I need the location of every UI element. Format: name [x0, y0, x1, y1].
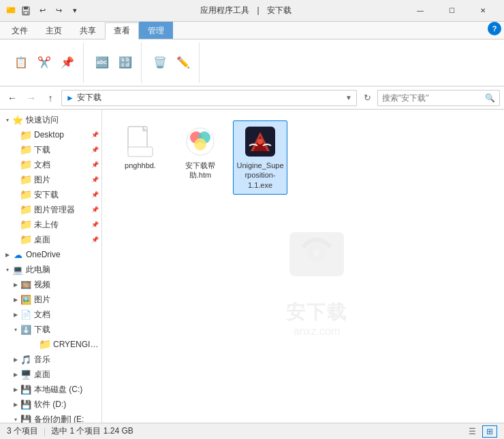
- sidebar-item-documents[interactable]: 📁 文档 📌: [0, 157, 101, 172]
- ribbon-tabs: 文件 主页 共享 查看 管理 ?: [0, 22, 504, 39]
- sidebar-label-documents2: 文档: [34, 309, 99, 321]
- sidebar-label-softd: 软件 (D:): [34, 399, 99, 410]
- ribbon-btn-icon-1: 📋: [14, 55, 28, 70]
- sidebar-item-picmanager[interactable]: 📁 图片管理器 📌: [0, 202, 101, 217]
- ribbon-btn-icon-5: 🔡: [119, 55, 132, 70]
- content-area: 安下载 anxz.com pnghhbd.: [102, 110, 504, 423]
- sidebar-label-notup: 未上传: [34, 219, 90, 231]
- downloads3-expand-icon: ▾: [11, 327, 20, 333]
- sidebar-item-backupe[interactable]: ▾ 💾 备份[勿删] (E:: [0, 412, 101, 423]
- minimize-button[interactable]: —: [405, 0, 436, 22]
- sidebar-label-desktop2: 桌面: [34, 234, 90, 246]
- tab-view[interactable]: 查看: [105, 22, 139, 39]
- close-button[interactable]: ✕: [467, 0, 499, 22]
- file-icon-unigine: [244, 125, 277, 158]
- undo-button[interactable]: ↩: [35, 4, 49, 18]
- sidebar-label-backupe: 备份[勿删] (E:: [34, 414, 99, 423]
- search-bar[interactable]: 🔍: [377, 90, 500, 106]
- status-separator: |: [44, 427, 46, 436]
- pictures3-expand-icon: ▶: [11, 297, 20, 303]
- sidebar-label-documents: 文档: [34, 159, 90, 171]
- ribbon-btn-4[interactable]: 🔤: [92, 53, 112, 72]
- sidebar-item-notup[interactable]: 📁 未上传 📌: [0, 217, 101, 232]
- ribbon-btn-3[interactable]: 📌: [57, 53, 78, 72]
- save-button[interactable]: [19, 4, 33, 18]
- localc-expand-icon: ▶: [11, 387, 20, 393]
- forward-button[interactable]: →: [23, 90, 40, 106]
- pin-icon-desktop2: 📌: [91, 236, 99, 243]
- status-bar-right: ☰ ⊞: [464, 425, 497, 438]
- up-button[interactable]: ↑: [42, 90, 59, 106]
- tab-manage[interactable]: 管理: [139, 22, 173, 39]
- svg-rect-5: [289, 232, 344, 276]
- sidebar-item-music[interactable]: ▶ 🎵 音乐: [0, 352, 101, 367]
- refresh-button[interactable]: ↻: [360, 90, 375, 106]
- sidebar-item-video[interactable]: ▶ 🎞️ 视频: [0, 277, 101, 292]
- ribbon-btn-6[interactable]: 🗑️: [150, 53, 170, 72]
- redo-button[interactable]: ↪: [52, 4, 65, 18]
- folder-icon-pictures: 📁: [20, 174, 31, 185]
- backupe-expand-icon: ▾: [11, 417, 20, 423]
- tab-share[interactable]: 共享: [71, 22, 105, 39]
- pin-icon-documents: 📌: [91, 161, 99, 168]
- sidebar-item-anxiazai[interactable]: 📁 安下载 📌: [0, 187, 101, 202]
- status-selected-info: 选中 1 个项目 1.24 GB: [51, 425, 133, 437]
- sidebar-label-anxiazai: 安下载: [34, 189, 90, 201]
- ribbon-btn-2[interactable]: ✂️: [34, 53, 54, 72]
- ribbon-group-3: 🗑️ ✏️: [144, 42, 200, 83]
- ribbon-content: 📋 ✂️ 📌 🔤 🔡: [0, 39, 504, 86]
- search-icon[interactable]: 🔍: [485, 93, 495, 103]
- tab-home[interactable]: 主页: [37, 22, 71, 39]
- folder-icon-downloads: 📁: [20, 144, 31, 155]
- onedrive-icon: ☁: [12, 249, 23, 260]
- sidebar-item-desktop2[interactable]: 📁 桌面 📌: [0, 232, 101, 247]
- pin-icon-pictures: 📌: [91, 176, 99, 183]
- status-item-count: 3 个项目: [7, 425, 38, 437]
- sidebar-item-pictures3[interactable]: ▶ 🖼️ 图片: [0, 292, 101, 307]
- view-details-button[interactable]: ☰: [464, 425, 479, 438]
- main-area: ▾ ⭐ 快速访问 📁 Desktop 📌 📁 下载 📌 📁 文档 📌 📁 图片: [0, 110, 504, 423]
- sidebar-item-documents2[interactable]: ▶ 📄 文档: [0, 307, 101, 322]
- ribbon-btn-5[interactable]: 🔡: [115, 53, 136, 72]
- sidebar-item-desktop[interactable]: 📁 Desktop 📌: [0, 127, 101, 142]
- pin-icon-desktop: 📌: [91, 131, 99, 138]
- computer-icon: 💻: [12, 264, 23, 275]
- view-icons-button[interactable]: ⊞: [482, 425, 497, 438]
- sidebar-label-desktop3: 桌面: [34, 369, 99, 380]
- app-icon: [5, 4, 16, 15]
- file-item-anxzhtm[interactable]: 安下载帮助.htm: [173, 120, 227, 195]
- svg-rect-3: [24, 7, 28, 10]
- more-qat-button[interactable]: ▾: [68, 4, 82, 18]
- ribbon-btn-1[interactable]: 📋: [11, 53, 31, 72]
- sidebar-item-quickaccess[interactable]: ▾ ⭐ 快速访问: [0, 112, 101, 127]
- sidebar-item-desktop3[interactable]: ▶ 🖥️ 桌面: [0, 367, 101, 382]
- tab-file[interactable]: 文件: [3, 22, 37, 39]
- ribbon-btn-7[interactable]: ✏️: [173, 53, 193, 72]
- sidebar-label-downloads: 下载: [34, 144, 90, 156]
- address-dropdown-icon[interactable]: ▼: [345, 94, 352, 101]
- sidebar-item-localc[interactable]: ▶ 💾 本地磁盘 (C:): [0, 382, 101, 397]
- sidebar-item-downloads[interactable]: 📁 下载 📌: [0, 142, 101, 157]
- sidebar-label-picmanager: 图片管理器: [34, 204, 90, 216]
- folder-icon-notup: 📁: [20, 219, 31, 230]
- svg-point-16: [257, 139, 263, 144]
- maximize-button[interactable]: ☐: [436, 0, 467, 22]
- sidebar-label-pictures3: 图片: [34, 294, 99, 306]
- status-bar: 3 个项目 | 选中 1 个项目 1.24 GB ☰ ⊞: [0, 423, 504, 439]
- search-input[interactable]: [382, 93, 485, 103]
- ribbon-btn-icon-7: ✏️: [176, 55, 190, 70]
- address-bar[interactable]: ► 安下载 ▼: [61, 90, 357, 106]
- svg-rect-1: [7, 7, 10, 9]
- thispc-expand-icon: ▾: [3, 267, 12, 273]
- help-button[interactable]: ?: [488, 22, 501, 35]
- sidebar-item-thispc[interactable]: ▾ 💻 此电脑: [0, 262, 101, 277]
- back-button[interactable]: ←: [4, 90, 20, 106]
- pin-icon-downloads: 📌: [91, 146, 99, 153]
- sidebar-item-onedrive[interactable]: ▶ ☁ OneDrive: [0, 247, 101, 262]
- sidebar-item-softd[interactable]: ▶ 💾 软件 (D:): [0, 397, 101, 412]
- sidebar-item-pictures[interactable]: 📁 图片 📌: [0, 172, 101, 187]
- file-item-pnghhbd[interactable]: pnghhbd.: [113, 120, 168, 195]
- sidebar-item-cryengine[interactable]: 📁 CRYENGINE: [0, 337, 101, 352]
- sidebar-item-downloads3[interactable]: ▾ ⬇️ 下载: [0, 322, 101, 337]
- file-item-unigine[interactable]: Unigine_Superposition-1.1.exe: [233, 120, 287, 195]
